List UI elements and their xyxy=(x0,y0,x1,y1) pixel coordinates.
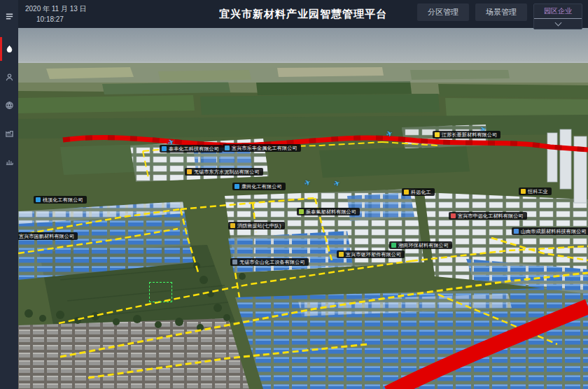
company-label-icon xyxy=(162,146,167,151)
current-date: 2020 年 11 月 13 日 xyxy=(25,3,87,14)
company-label-icon xyxy=(404,190,409,194)
menu-toggle-button[interactable] xyxy=(0,4,18,28)
current-time: 10:18:27 xyxy=(25,14,87,24)
company-label-text: 宜兴市中远化工材料有限公司 xyxy=(458,213,524,218)
zone-management-button[interactable]: 分区管理 xyxy=(417,3,469,21)
company-label[interactable]: 泰丰化工科技有限公司 xyxy=(160,145,223,153)
company-label[interactable]: 振泰氟塑材料有限公司 xyxy=(297,208,360,215)
company-label-text: 无锡市东方水泥制品有限公司 xyxy=(194,169,260,174)
company-label-icon xyxy=(514,229,519,234)
map-3d-viewport[interactable]: 泰丰化工科技有限公司 宜兴市乐丰金属化工有限公司 无锡市东方水泥制品有限公司 江… xyxy=(18,28,588,389)
company-label-text: 恒科工业 xyxy=(528,189,548,194)
park-enterprise-dropdown[interactable]: 园区企业 xyxy=(533,3,582,29)
company-label-icon xyxy=(435,132,440,137)
datetime-block: 2020 年 11 月 13 日 10:18:27 xyxy=(18,3,87,24)
company-label[interactable]: 山由帝成新材料科技有限公司 xyxy=(512,227,588,235)
company-label-text: 消防救援站(七中队) xyxy=(237,223,281,228)
company-label-text: 宜兴市乐丰金属化工有限公司 xyxy=(232,146,298,150)
company-label-icon xyxy=(299,209,304,214)
dropdown-label: 园区企业 xyxy=(544,6,572,18)
sidebar-item-enterprise[interactable] xyxy=(0,119,18,147)
company-label[interactable]: 无锡市东方水泥制品有限公司 xyxy=(185,168,263,176)
company-label[interactable]: 宜兴市乐丰金属化工有限公司 xyxy=(223,144,301,152)
company-label-text: 泰丰化工科技有限公司 xyxy=(169,146,219,151)
plane-marker-icon[interactable]: ✈ xyxy=(303,178,312,188)
sidebar-item-personnel[interactable] xyxy=(0,63,18,91)
plane-marker-icon[interactable]: ✈ xyxy=(332,179,342,189)
bar-chart-icon xyxy=(5,157,14,166)
company-label-text: 科远化工 xyxy=(411,190,431,194)
company-label-text: 无锡市金山化工设备有限公司 xyxy=(239,260,305,264)
factory-icon xyxy=(5,129,14,138)
app-window: 2020 年 11 月 13 日 10:18:27 宜兴市新材料产业园智慧管理平… xyxy=(0,0,588,389)
company-label-icon xyxy=(225,146,230,150)
company-label[interactable]: 消防救援站(七中队) xyxy=(228,222,285,229)
company-label[interactable]: 宜兴市国鹏材料有限公司 xyxy=(18,232,78,240)
hamburger-menu-icon xyxy=(5,12,14,21)
company-label-text: 江苏长基新材料有限公司 xyxy=(442,132,497,137)
company-label[interactable]: 科远化工 xyxy=(402,188,435,196)
company-label-text: 宜兴市国鹏材料有限公司 xyxy=(19,234,74,239)
company-label-icon xyxy=(339,252,344,257)
company-label[interactable]: 潮田环保材料有限公司 xyxy=(389,241,452,249)
company-label-text: 山由帝成新材料科技有限公司 xyxy=(521,229,587,234)
company-label[interactable]: 宜兴市中远化工材料有限公司 xyxy=(449,212,527,220)
company-label-icon xyxy=(187,169,192,174)
company-label-text: 桃溪化工有限公司 xyxy=(43,197,83,202)
sidebar-item-fire-monitor[interactable] xyxy=(0,35,18,63)
header-actions: 分区管理 场景管理 园区企业 xyxy=(417,0,588,29)
company-label-text: 潮田环保材料有限公司 xyxy=(398,243,449,248)
company-label-icon xyxy=(521,189,526,194)
plane-marker-icon[interactable]: ✈ xyxy=(385,129,394,139)
company-label[interactable]: 康田化工有限公司 xyxy=(232,183,286,190)
map-overlay: 泰丰化工科技有限公司 宜兴市乐丰金属化工有限公司 无锡市东方水泥制品有限公司 江… xyxy=(18,28,588,389)
company-label[interactable]: 无锡市金山化工设备有限公司 xyxy=(230,258,309,266)
company-label-icon xyxy=(451,213,456,218)
company-label-icon xyxy=(232,260,237,264)
company-label[interactable]: 江苏长基新材料有限公司 xyxy=(433,131,500,139)
sidebar-item-environment[interactable] xyxy=(0,91,18,119)
company-label[interactable]: 恒科工业 xyxy=(519,188,552,195)
company-label-icon xyxy=(391,243,396,248)
company-label[interactable]: 宜兴市银环塑件有限公司 xyxy=(337,250,405,258)
globe-icon xyxy=(5,101,14,110)
company-label-icon xyxy=(234,184,239,189)
company-label-text: 宜兴市银环塑件有限公司 xyxy=(346,252,401,257)
company-label-text: 康田化工有限公司 xyxy=(241,184,282,189)
sidebar-item-statistics[interactable] xyxy=(0,147,18,175)
flame-icon xyxy=(5,45,14,54)
company-label-icon xyxy=(230,223,235,228)
scene-management-button[interactable]: 场景管理 xyxy=(475,3,527,21)
selection-box xyxy=(149,282,172,302)
company-label-text: 振泰氟塑材料有限公司 xyxy=(306,209,356,214)
header: 2020 年 11 月 13 日 10:18:27 宜兴市新材料产业园智慧管理平… xyxy=(18,0,588,28)
sidebar xyxy=(0,0,18,389)
user-icon xyxy=(5,73,14,82)
company-label-icon xyxy=(36,197,41,202)
company-label[interactable]: 桃溪化工有限公司 xyxy=(34,196,87,204)
chevron-down-icon xyxy=(554,20,561,27)
